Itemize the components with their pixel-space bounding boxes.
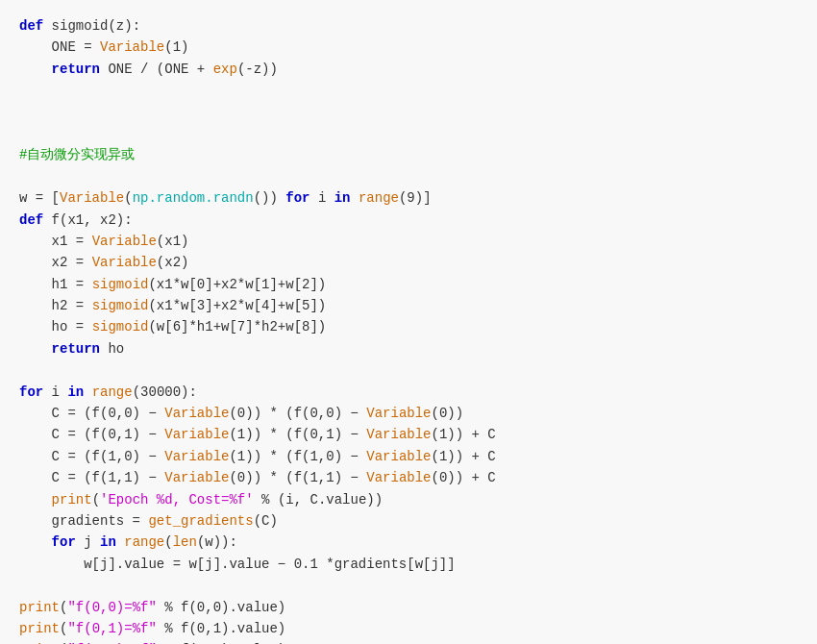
code-line-27 [19,575,798,596]
code-line-12: x2 = Variable(x2) [19,252,798,273]
code-line-19: C = (f(0,0) − Variable(0)) * (f(0,0) − V… [19,403,798,424]
code-line-11: x1 = Variable(x1) [19,231,798,252]
code-block: def sigmoid(z): ONE = Variable(1) return… [0,0,817,644]
code-line-16: return ho [19,338,798,359]
code-line-28: print("f(0,0)=%f" % f(0,0).value) [19,597,798,618]
code-line-17 [19,359,798,381]
code-line-13: h1 = sigmoid(x1*w[0]+x2*w[1]+w[2]) [19,274,798,295]
code-line-20: C = (f(0,1) − Variable(1)) * (f(0,1) − V… [19,424,798,445]
code-line-26: w[j].value = w[j].value − 0.1 *gradients… [19,554,798,575]
code-line-18: for i in range(30000): [19,382,798,403]
code-line-8 [19,166,798,187]
code-line-21: C = (f(1,0) − Variable(1)) * (f(1,0) − V… [19,446,798,467]
code-line-9: w = [Variable(np.random.randn()) for i i… [19,187,798,209]
code-line-2: ONE = Variable(1) [19,37,798,58]
code-line-25: for j in range(len(w)): [19,532,798,553]
code-line-30: print("f(1,0)=%f" % f(1,0).value) [19,639,798,644]
code-line-6 [19,123,798,144]
code-line-24: gradients = get_gradients(C) [19,510,798,532]
code-line-22: C = (f(1,1) − Variable(0)) * (f(1,1) − V… [19,467,798,488]
code-line-5 [19,102,798,123]
code-line-14: h2 = sigmoid(x1*w[3]+x2*w[4]+w[5]) [19,295,798,316]
code-line-1: def sigmoid(z): [19,15,798,37]
code-line-7: #自动微分实现异或 [19,144,798,165]
code-line-15: ho = sigmoid(w[6]*h1+w[7]*h2+w[8]) [19,316,798,337]
code-line-10: def f(x1, x2): [19,210,798,231]
code-line-3: return ONE / (ONE + exp(-z)) [19,59,798,80]
code-line-4 [19,80,798,101]
code-line-29: print("f(0,1)=%f" % f(0,1).value) [19,618,798,639]
code-line-23: print('Epoch %d, Cost=%f' % (i, C.value)… [19,489,798,510]
